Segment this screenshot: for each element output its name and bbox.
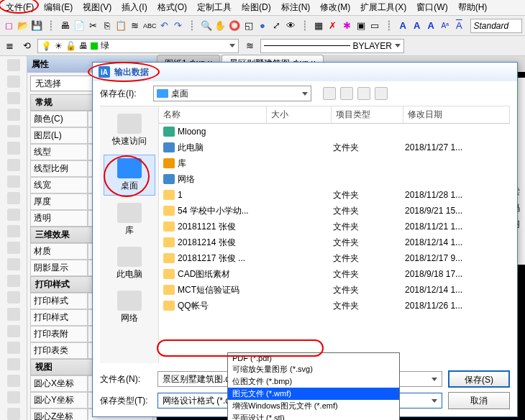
menu-edit[interactable]: 编辑(E) bbox=[41, 0, 76, 15]
text-A2-icon[interactable]: A bbox=[411, 19, 423, 32]
filetype-option[interactable]: 图元文件 (*.wmf) bbox=[228, 388, 399, 400]
text-tool[interactable] bbox=[7, 192, 20, 204]
filetype-option[interactable]: 增强Windows图元文件 (*.emf) bbox=[228, 400, 399, 412]
revision-tool[interactable] bbox=[7, 308, 20, 320]
text-bar-icon[interactable]: A bbox=[453, 19, 465, 32]
style-icon[interactable]: ▦ bbox=[313, 19, 325, 32]
burst-icon[interactable]: ✱ bbox=[341, 19, 353, 32]
filetype-option[interactable]: 平面设计 (*.stl) bbox=[228, 412, 399, 420]
point-tool[interactable] bbox=[7, 209, 20, 221]
leader-tool[interactable] bbox=[7, 291, 20, 303]
region-tool[interactable] bbox=[7, 242, 20, 254]
cut-icon[interactable]: ✂ bbox=[87, 19, 99, 32]
table-tool[interactable] bbox=[7, 258, 20, 270]
circle-tool[interactable] bbox=[7, 92, 20, 104]
zoom-icon[interactable]: 🔍 bbox=[201, 19, 213, 32]
save-icon[interactable]: 💾 bbox=[31, 19, 43, 32]
file-row[interactable]: MCT短信验证码文件夹2018/12/14 1... bbox=[159, 282, 510, 298]
object-tool[interactable] bbox=[7, 342, 20, 354]
zoomwin-icon[interactable]: ◱ bbox=[242, 19, 255, 32]
menu-format[interactable]: 格式(O) bbox=[155, 0, 190, 15]
pan-icon[interactable]: ✋ bbox=[214, 19, 227, 32]
ellipse-tool[interactable] bbox=[7, 142, 20, 154]
file-row[interactable]: 54 学校中小学幼...文件夹2018/9/21 15... bbox=[159, 203, 510, 219]
file-row[interactable]: 1文件夹2018/11/28 1... bbox=[159, 187, 510, 203]
filetype-option[interactable]: 可缩放矢量图形 (*.svg) bbox=[228, 363, 399, 375]
menu-draw[interactable]: 绘图(D) bbox=[239, 0, 274, 15]
extra1-tool[interactable] bbox=[7, 358, 20, 370]
extra4-tool[interactable] bbox=[7, 408, 20, 420]
menu-customtools[interactable]: 定制工具 bbox=[194, 0, 234, 15]
menu-ext[interactable]: 扩展工具(X) bbox=[357, 0, 409, 15]
copy-icon[interactable]: ⎘ bbox=[101, 19, 114, 32]
menu-file[interactable]: 文件(F) bbox=[3, 0, 37, 15]
eye-icon[interactable]: 👁 bbox=[285, 19, 297, 32]
file-row[interactable]: 网络 bbox=[159, 171, 510, 187]
file-row[interactable]: 20181217 张俊 ...文件夹2018/12/17 9... bbox=[159, 250, 510, 266]
menu-dim[interactable]: 标注(N) bbox=[278, 0, 314, 15]
print-icon[interactable]: 🖶 bbox=[59, 19, 71, 32]
menu-insert[interactable]: 插入(I) bbox=[119, 0, 150, 15]
place-网络[interactable]: 网络 bbox=[104, 288, 155, 327]
line-tool[interactable] bbox=[7, 59, 20, 71]
menu-view[interactable]: 视图(V) bbox=[80, 0, 114, 15]
place-快速访问[interactable]: 快速访问 bbox=[104, 111, 155, 150]
back-icon[interactable] bbox=[323, 87, 336, 100]
cube-icon[interactable]: ▣ bbox=[355, 19, 367, 32]
abc-icon[interactable]: ABC bbox=[143, 19, 156, 32]
preview-icon[interactable]: 📄 bbox=[73, 19, 86, 32]
filetype-option[interactable]: PDF (*.pdf) bbox=[228, 353, 399, 363]
layerp-icon[interactable]: ⟲ bbox=[20, 40, 33, 52]
col-type[interactable]: 项目类型 bbox=[332, 106, 403, 123]
zoomext-icon[interactable]: ⤢ bbox=[270, 19, 283, 32]
filetype-dropdown[interactable]: PDF (*.pdf)可缩放矢量图形 (*.svg)位图文件 (*.bmp)图元… bbox=[227, 352, 400, 420]
orbit-icon[interactable]: ⭕ bbox=[229, 19, 241, 32]
newfolder-icon[interactable] bbox=[357, 87, 370, 100]
window-icon[interactable]: ▭ bbox=[369, 19, 381, 32]
polyline-tool[interactable] bbox=[7, 76, 20, 88]
textstyle-combo[interactable]: Standard bbox=[470, 19, 522, 33]
block-tool[interactable] bbox=[7, 225, 20, 237]
hatch-tool[interactable] bbox=[7, 175, 20, 188]
col-date[interactable]: 修改日期 bbox=[403, 106, 510, 123]
menu-window[interactable]: 窗口(W) bbox=[414, 0, 450, 15]
menu-modify[interactable]: 修改(M) bbox=[317, 0, 353, 15]
paste-icon[interactable]: 📋 bbox=[115, 19, 127, 32]
new-icon[interactable]: ◻ bbox=[3, 19, 15, 32]
extra3-tool[interactable] bbox=[7, 391, 20, 403]
file-row[interactable]: QQ帐号文件夹2018/11/26 1... bbox=[159, 298, 510, 314]
layer-icon[interactable]: ≣ bbox=[3, 40, 16, 52]
cancel-button[interactable]: 取消 bbox=[448, 392, 510, 409]
text-Aa-icon[interactable]: Aª bbox=[439, 19, 451, 32]
menu-help[interactable]: 帮助(H) bbox=[455, 0, 490, 15]
text-A3-icon[interactable]: A bbox=[425, 19, 437, 32]
match-icon[interactable]: ≋ bbox=[129, 19, 142, 32]
arc-tool[interactable] bbox=[7, 109, 20, 121]
file-row[interactable]: 20181121 张俊文件夹2018/11/21 1... bbox=[159, 219, 510, 234]
file-row[interactable]: 此电脑文件夹2018/11/27 1... bbox=[159, 140, 510, 155]
layer-combo[interactable]: 💡☀🔓🖶 绿 bbox=[37, 39, 239, 53]
place-此电脑[interactable]: 此电脑 bbox=[104, 244, 155, 283]
match-layer-icon[interactable]: ≋ bbox=[243, 40, 256, 52]
file-row[interactable]: 20181214 张俊文件夹2018/12/14 1... bbox=[159, 234, 510, 250]
undo-icon[interactable]: ↶ bbox=[158, 19, 170, 32]
dim-tool[interactable] bbox=[7, 275, 20, 287]
extra2-tool[interactable] bbox=[7, 375, 20, 387]
file-row[interactable]: Mloong bbox=[159, 124, 510, 140]
col-name[interactable]: 名称 bbox=[159, 106, 267, 123]
rect-tool[interactable] bbox=[7, 125, 20, 137]
redo-icon[interactable]: ↷ bbox=[173, 19, 185, 32]
spline-tool[interactable] bbox=[7, 159, 20, 171]
open-icon[interactable]: 📂 bbox=[17, 19, 29, 32]
file-row[interactable]: 库 bbox=[159, 155, 510, 171]
dot-icon[interactable]: ● bbox=[257, 19, 269, 32]
save-button[interactable]: 保存(S) bbox=[448, 370, 510, 388]
col-size[interactable]: 大小 bbox=[267, 106, 332, 123]
filetype-option[interactable]: 位图文件 (*.bmp) bbox=[228, 375, 399, 388]
place-库[interactable]: 库 bbox=[104, 200, 155, 239]
viewmenu-icon[interactable] bbox=[375, 87, 388, 100]
save-in-combo[interactable]: 桌面 bbox=[153, 86, 311, 101]
wipeout-tool[interactable] bbox=[7, 325, 20, 337]
text-A-icon[interactable]: A bbox=[397, 19, 409, 32]
file-row[interactable]: CAD图纸素材文件夹2018/9/18 17... bbox=[159, 266, 510, 282]
